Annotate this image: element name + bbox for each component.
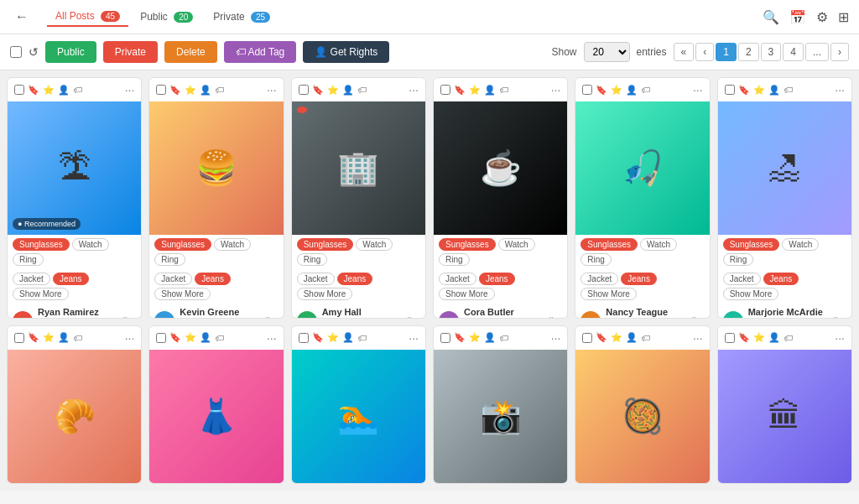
tag-pill[interactable]: Jacket (439, 273, 476, 285)
person-icon[interactable]: 👤 (200, 85, 211, 96)
star-icon[interactable]: ⭐ (185, 332, 196, 343)
select-all-checkbox[interactable] (10, 46, 22, 58)
star-icon[interactable]: ⭐ (753, 332, 765, 343)
instagram-icon[interactable]: 📷 (548, 314, 562, 318)
tag-icon[interactable]: 🏷 (784, 85, 793, 95)
show-more-button[interactable]: Show More (154, 288, 211, 300)
get-rights-button[interactable]: 👤 Get Rights (303, 41, 389, 63)
tag-pill[interactable]: Jeans (337, 273, 373, 285)
card-checkbox[interactable] (582, 85, 592, 95)
person-icon[interactable]: 👤 (58, 85, 70, 96)
bookmark-icon[interactable]: 🔖 (312, 85, 324, 96)
bookmark-icon[interactable]: 🔖 (169, 85, 181, 96)
refresh-button[interactable]: ↺ (29, 45, 39, 59)
star-icon[interactable]: ⭐ (753, 85, 765, 96)
more-icon[interactable]: ··· (835, 83, 845, 96)
tag-pill[interactable]: Sunglasses (580, 238, 638, 251)
star-icon[interactable]: ⭐ (43, 85, 55, 96)
person-icon[interactable]: 👤 (626, 85, 638, 96)
more-icon[interactable]: ··· (267, 83, 277, 96)
tag-pill[interactable]: Watch (782, 238, 819, 251)
card-checkbox[interactable] (14, 85, 24, 95)
first-page-button[interactable]: « (674, 43, 695, 61)
tag-pill[interactable]: Ring (723, 253, 754, 266)
tag-pill[interactable]: Ring (154, 253, 185, 266)
tag-pill[interactable]: Jacket (297, 273, 335, 285)
person-icon[interactable]: 👤 (342, 332, 354, 343)
card-checkbox[interactable] (440, 85, 450, 95)
more-icon[interactable]: ··· (551, 83, 561, 96)
tag-pill[interactable]: Jeans (479, 273, 515, 285)
more-icon[interactable]: ··· (551, 331, 561, 345)
show-more-button[interactable]: Show More (297, 288, 353, 300)
star-icon[interactable]: ⭐ (327, 85, 339, 96)
person-icon[interactable]: 👤 (626, 332, 638, 343)
tag-pill[interactable]: Sunglasses (154, 238, 211, 251)
show-more-button[interactable]: Show More (439, 288, 495, 300)
tag-pill[interactable]: Ring (297, 253, 328, 266)
page-more-button[interactable]: ... (805, 43, 829, 61)
card-checkbox[interactable] (725, 333, 735, 343)
tag-icon[interactable]: 🏷 (357, 333, 367, 343)
tag-pill[interactable]: Jacket (723, 273, 761, 285)
instagram-icon[interactable]: 📷 (122, 314, 136, 318)
card-checkbox[interactable] (725, 85, 735, 95)
bookmark-icon[interactable]: 🔖 (596, 332, 607, 343)
tag-icon[interactable]: 🏷 (73, 333, 82, 343)
bookmark-icon[interactable]: 🔖 (738, 332, 750, 343)
tag-icon[interactable]: 🏷 (784, 333, 793, 343)
tag-icon[interactable]: 🏷 (641, 333, 650, 343)
bookmark-icon[interactable]: 🔖 (454, 85, 466, 96)
card-checkbox[interactable] (299, 333, 309, 343)
tag-pill[interactable]: Jeans (621, 273, 657, 285)
tab-all[interactable]: All Posts 45 (47, 7, 128, 27)
tag-pill[interactable]: Watch (640, 238, 677, 251)
card-checkbox[interactable] (299, 85, 309, 95)
more-icon[interactable]: ··· (835, 331, 845, 345)
page-3-button[interactable]: 3 (761, 43, 782, 61)
tag-pill[interactable]: Jeans (195, 273, 231, 285)
instagram-icon[interactable]: 📷 (264, 314, 279, 318)
star-icon[interactable]: ⭐ (185, 85, 196, 96)
tag-pill[interactable]: Ring (439, 253, 470, 266)
bookmark-icon[interactable]: 🔖 (28, 85, 39, 96)
tag-pill[interactable]: Sunglasses (723, 238, 780, 251)
card-checkbox[interactable] (156, 85, 166, 95)
more-icon[interactable]: ··· (125, 331, 135, 345)
person-icon[interactable]: 👤 (200, 332, 211, 343)
show-select[interactable]: 2050100 (584, 42, 630, 62)
star-icon[interactable]: ⭐ (611, 332, 622, 343)
delete-button[interactable]: Delete (164, 41, 217, 63)
tag-icon[interactable]: 🏷 (215, 85, 224, 95)
person-icon[interactable]: 👤 (484, 85, 496, 96)
card-checkbox[interactable] (14, 333, 24, 343)
show-more-button[interactable]: Show More (13, 288, 69, 300)
person-icon[interactable]: 👤 (342, 85, 354, 96)
tag-pill[interactable]: Watch (72, 238, 109, 251)
tag-pill[interactable]: Jeans (53, 273, 89, 285)
star-icon[interactable]: ⭐ (469, 332, 481, 343)
more-icon[interactable]: ··· (693, 331, 703, 345)
next-page-button[interactable]: › (830, 43, 849, 61)
card-checkbox[interactable] (156, 333, 166, 343)
tag-icon[interactable]: 🏷 (499, 85, 508, 95)
more-icon[interactable]: ··· (693, 83, 703, 96)
tag-pill[interactable]: Jacket (13, 273, 50, 285)
tag-icon[interactable]: 🏷 (215, 333, 224, 343)
star-icon[interactable]: ⭐ (327, 332, 339, 343)
tag-pill[interactable]: Jacket (580, 273, 618, 285)
tag-pill[interactable]: Ring (13, 253, 44, 266)
tag-pill[interactable]: Jacket (154, 273, 192, 285)
tag-pill[interactable]: Watch (214, 238, 251, 251)
person-icon[interactable]: 👤 (768, 85, 780, 96)
instagram-icon[interactable]: 📷 (406, 314, 420, 318)
star-icon[interactable]: ⭐ (43, 332, 55, 343)
search-icon[interactable]: 🔍 (763, 9, 779, 25)
bookmark-icon[interactable]: 🔖 (596, 85, 607, 96)
instagram-icon[interactable]: 📷 (690, 314, 705, 318)
public-button[interactable]: Public (45, 41, 96, 63)
tag-icon[interactable]: 🏷 (73, 85, 82, 95)
more-icon[interactable]: ··· (267, 331, 277, 345)
tag-icon[interactable]: 🏷 (357, 85, 367, 95)
card-checkbox[interactable] (440, 333, 450, 343)
